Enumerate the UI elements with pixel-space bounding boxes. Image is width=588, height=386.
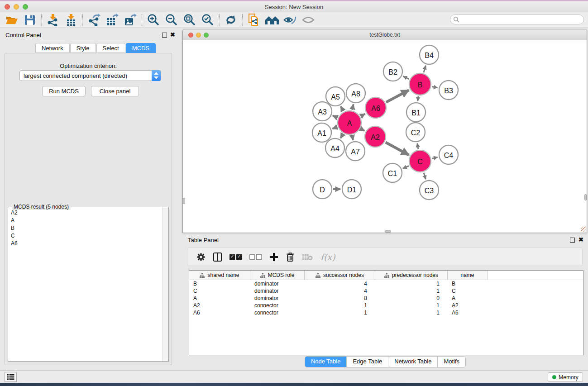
node-A3[interactable]: A3 bbox=[313, 102, 332, 121]
export-network-button[interactable] bbox=[85, 13, 103, 27]
node-B3[interactable]: B3 bbox=[439, 81, 458, 100]
edge-A-A4[interactable] bbox=[340, 134, 343, 138]
home-button[interactable] bbox=[263, 13, 281, 27]
node-A5[interactable]: A5 bbox=[326, 87, 345, 106]
search-input[interactable] bbox=[450, 14, 584, 24]
close-panel-icon[interactable]: ✖ bbox=[170, 31, 175, 38]
graphics-details-button[interactable] bbox=[281, 13, 299, 27]
result-item[interactable]: A6 bbox=[9, 240, 162, 248]
table-row[interactable]: Adominator80A bbox=[189, 295, 583, 302]
horizontal-scrollbar[interactable] bbox=[385, 230, 391, 233]
open-file-button[interactable] bbox=[3, 13, 21, 27]
edge-A6-B[interactable] bbox=[386, 90, 409, 102]
node-C4[interactable]: C4 bbox=[439, 145, 458, 164]
tab-style[interactable]: Style bbox=[70, 43, 96, 53]
node-B4[interactable]: B4 bbox=[420, 45, 439, 64]
birds-eye-button[interactable] bbox=[299, 13, 317, 27]
zoom-in-button[interactable] bbox=[144, 13, 163, 27]
column-header-successor-nodes[interactable]: successor nodes bbox=[305, 271, 375, 280]
tab-node-table[interactable]: Node Table bbox=[305, 357, 347, 367]
result-scrollbar[interactable] bbox=[162, 208, 168, 361]
zoom-fit-button[interactable] bbox=[181, 13, 199, 27]
edge-C-C1[interactable] bbox=[403, 166, 409, 169]
edge-A-A7[interactable] bbox=[352, 135, 353, 140]
table-row[interactable]: A2connector11A2 bbox=[189, 302, 583, 309]
vertical-scrollbar-right[interactable] bbox=[584, 194, 587, 200]
node-C3[interactable]: C3 bbox=[420, 181, 439, 200]
import-table-button[interactable] bbox=[62, 13, 80, 27]
tab-network-table[interactable]: Network Table bbox=[388, 357, 438, 367]
node-B2[interactable]: B2 bbox=[383, 62, 402, 81]
import-network-button[interactable] bbox=[44, 13, 62, 27]
node-A4[interactable]: A4 bbox=[325, 138, 344, 157]
tab-edge-table[interactable]: Edge Table bbox=[347, 357, 388, 367]
clone-network-button[interactable] bbox=[245, 13, 263, 27]
node-A7[interactable]: A7 bbox=[346, 142, 365, 161]
edge-B-B3[interactable] bbox=[432, 87, 437, 88]
network-canvas[interactable]: B4B2BB3B1A5A8A6A3AA1A2C2A4A7C4CC1C3DD1 bbox=[183, 40, 587, 233]
node-C2[interactable]: C2 bbox=[406, 123, 425, 142]
select-all-button[interactable] bbox=[229, 254, 242, 260]
column-header-shared-name[interactable]: shared name bbox=[189, 271, 250, 280]
node-D[interactable]: D bbox=[313, 180, 332, 199]
float-table-panel-icon[interactable] bbox=[570, 238, 575, 243]
add-column-button[interactable] bbox=[269, 253, 278, 262]
tab-network[interactable]: Network bbox=[35, 43, 70, 53]
tab-motifs[interactable]: Motifs bbox=[438, 357, 465, 367]
edge-B-B4[interactable] bbox=[424, 66, 426, 72]
result-item[interactable]: C bbox=[9, 232, 162, 240]
node-A6[interactable]: A6 bbox=[365, 97, 386, 118]
column-header-name[interactable]: name bbox=[448, 271, 488, 280]
memory-button[interactable]: Memory bbox=[548, 372, 583, 382]
column-header-MCDS-role[interactable]: MCDS role bbox=[250, 271, 305, 280]
node-C1[interactable]: C1 bbox=[383, 163, 402, 182]
edge-A-A5[interactable] bbox=[341, 106, 344, 111]
node-A8[interactable]: A8 bbox=[346, 84, 365, 103]
table-row[interactable]: Bdominator41B bbox=[189, 280, 583, 287]
table-row[interactable]: A6connector11A6 bbox=[189, 309, 583, 316]
run-mcds-button[interactable]: Run MCDS bbox=[42, 86, 86, 96]
node-A1[interactable]: A1 bbox=[312, 123, 331, 142]
gear-button[interactable] bbox=[196, 253, 206, 262]
float-panel-icon[interactable] bbox=[162, 33, 167, 38]
edge-A-A1[interactable] bbox=[333, 127, 337, 129]
edge-B-B2[interactable] bbox=[403, 76, 409, 79]
delete-column-button[interactable] bbox=[286, 252, 294, 262]
result-item[interactable]: A2 bbox=[9, 209, 162, 217]
zoom-out-button[interactable] bbox=[163, 13, 181, 27]
resize-grip-icon[interactable] bbox=[581, 227, 586, 232]
refresh-button[interactable] bbox=[222, 13, 240, 27]
edge-A-A6[interactable] bbox=[361, 114, 365, 116]
export-table-button[interactable] bbox=[103, 13, 121, 27]
edge-C-C2[interactable] bbox=[417, 143, 418, 149]
close-table-panel-icon[interactable]: ✖ bbox=[578, 236, 583, 243]
node-D1[interactable]: D1 bbox=[342, 180, 361, 199]
criterion-select[interactable]: largest connected component (directed) bbox=[19, 70, 161, 81]
node-C[interactable]: C bbox=[409, 150, 431, 172]
node-A[interactable]: A bbox=[338, 111, 361, 134]
edge-A-A3[interactable] bbox=[333, 116, 337, 118]
node-A2[interactable]: A2 bbox=[365, 126, 386, 147]
delete-table-button[interactable] bbox=[302, 253, 313, 261]
edge-B-B1[interactable] bbox=[418, 96, 419, 101]
save-session-button[interactable] bbox=[21, 13, 39, 27]
column-header-predecessor-nodes[interactable]: predecessor nodes bbox=[375, 271, 448, 280]
vertical-scrollbar-left[interactable] bbox=[183, 198, 185, 204]
edge-C-C4[interactable] bbox=[432, 157, 437, 158]
tab-select[interactable]: Select bbox=[96, 43, 125, 53]
edge-A2-C[interactable] bbox=[386, 143, 409, 155]
table-row[interactable]: Cdominator41C bbox=[189, 287, 583, 295]
function-builder-button[interactable]: f(x) bbox=[320, 252, 335, 262]
node-B1[interactable]: B1 bbox=[406, 103, 425, 122]
node-B[interactable]: B bbox=[409, 73, 431, 95]
edge-C-C3[interactable] bbox=[424, 173, 425, 179]
edge-A-A8[interactable] bbox=[352, 104, 354, 110]
zoom-selected-button[interactable] bbox=[199, 13, 217, 27]
deselect-all-button[interactable] bbox=[249, 254, 262, 260]
show-panels-button[interactable] bbox=[5, 372, 17, 382]
edge-A-A2[interactable] bbox=[361, 129, 365, 131]
export-image-button[interactable] bbox=[121, 13, 139, 27]
result-item[interactable]: A bbox=[9, 217, 162, 224]
split-panel-button[interactable] bbox=[213, 253, 222, 262]
tab-mcds[interactable]: MCDS bbox=[126, 43, 156, 53]
